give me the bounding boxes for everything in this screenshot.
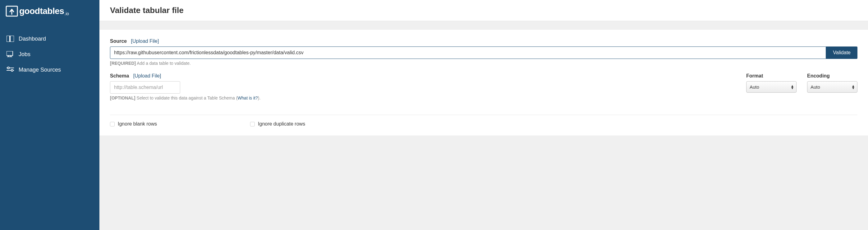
schema-upload-link[interactable]: Upload File: [134, 73, 160, 78]
validate-form: Source [Upload File] Validate [REQUIRED]…: [99, 30, 868, 136]
format-select[interactable]: Auto: [746, 81, 797, 93]
sidebar-item-label: Jobs: [19, 51, 30, 58]
schema-label: Schema: [110, 73, 129, 78]
schema-help-link[interactable]: What is it?: [238, 95, 258, 101]
page-title: Validate tabular file: [110, 6, 858, 15]
brand-name: goodtables: [19, 6, 64, 16]
source-upload-link[interactable]: Upload File: [132, 38, 157, 44]
schema-field-group: Schema [Upload File] [OPTIONAL] Select t…: [110, 73, 736, 101]
sidebar-item-dashboard[interactable]: Dashboard: [0, 31, 99, 46]
sidebar-nav: Dashboard Jobs Manage Sources: [0, 31, 99, 77]
options-row: Ignore blank rows Ignore duplicate rows: [110, 121, 858, 127]
schema-label-row: Schema [Upload File]: [110, 73, 736, 79]
source-label: Source: [110, 38, 127, 44]
source-help: [REQUIRED] Add a data table to validate.: [110, 61, 858, 66]
divider: [110, 115, 858, 115]
dashboard-icon: [6, 35, 14, 43]
ignore-blank-checkbox[interactable]: Ignore blank rows: [110, 121, 157, 127]
source-input-row: Validate: [110, 46, 858, 59]
sidebar-item-jobs[interactable]: Jobs: [0, 46, 99, 62]
checkbox-icon: [250, 122, 255, 126]
sidebar-item-label: Dashboard: [19, 36, 46, 42]
source-label-row: Source [Upload File]: [110, 38, 858, 44]
schema-help-text: Select to validate this data against a T…: [137, 95, 238, 101]
format-label: Format: [746, 73, 763, 78]
validate-button[interactable]: Validate: [826, 46, 858, 59]
checkbox-label: Ignore duplicate rows: [258, 121, 305, 127]
svg-point-9: [11, 69, 13, 71]
svg-rect-2: [10, 36, 14, 42]
goodtables-logo-icon: [6, 5, 18, 17]
encoding-field-group: Encoding Auto ▲▼: [807, 73, 858, 101]
svg-rect-3: [6, 51, 13, 55]
sidebar-item-label: Manage Sources: [19, 67, 61, 73]
main: Validate tabular file Source [Upload Fil…: [99, 0, 868, 230]
schema-format-row: Schema [Upload File] [OPTIONAL] Select t…: [110, 73, 858, 108]
encoding-label: Encoding: [807, 73, 830, 78]
settings-icon: [6, 66, 14, 74]
schema-help-close: ).: [258, 95, 261, 101]
svg-point-7: [7, 67, 9, 69]
checkbox-label: Ignore blank rows: [118, 121, 157, 127]
schema-input[interactable]: [110, 81, 180, 93]
content-wrap: Source [Upload File] Validate [REQUIRED]…: [99, 21, 868, 230]
brand-logo[interactable]: goodtables .io: [0, 5, 99, 22]
optional-tag: [OPTIONAL]: [110, 95, 135, 101]
source-help-text: Add a data table to validate.: [137, 61, 191, 66]
page-header: Validate tabular file: [99, 0, 868, 21]
source-input[interactable]: [110, 46, 826, 59]
schema-help: [OPTIONAL] Select to validate this data …: [110, 95, 736, 101]
svg-rect-1: [6, 36, 10, 42]
checkbox-icon: [110, 122, 115, 126]
jobs-icon: [6, 50, 14, 58]
source-field-group: Source [Upload File] Validate [REQUIRED]…: [110, 38, 858, 66]
sidebar: goodtables .io Dashboard Jobs Manage Sou…: [0, 0, 99, 230]
brand-suffix: .io: [64, 11, 69, 16]
encoding-select[interactable]: Auto: [807, 81, 858, 93]
format-field-group: Format Auto ▲▼: [746, 73, 797, 101]
sidebar-item-manage-sources[interactable]: Manage Sources: [0, 62, 99, 77]
required-tag: [REQUIRED]: [110, 61, 136, 66]
ignore-duplicate-checkbox[interactable]: Ignore duplicate rows: [250, 121, 305, 127]
